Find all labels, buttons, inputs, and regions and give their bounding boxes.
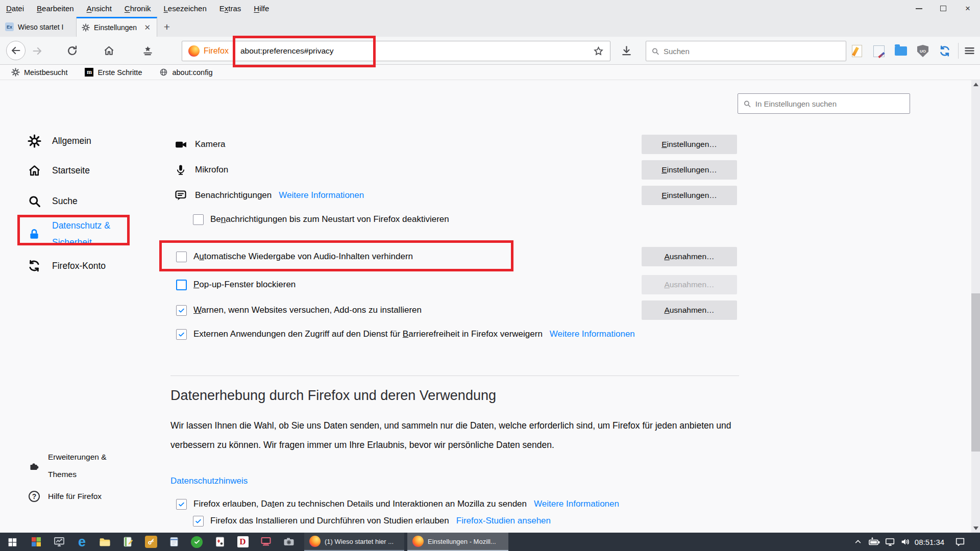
weitere-informationen-link[interactable]: Weitere Informationen — [534, 499, 619, 509]
autoplay-exceptions-button[interactable]: Ausnahmen… — [642, 247, 737, 266]
close-button[interactable]: × — [955, 0, 980, 17]
note-extension-button[interactable] — [850, 44, 864, 58]
menu-item-ansicht[interactable]: Ansicht — [87, 4, 112, 13]
taskbar-icon-edge[interactable]: e — [70, 533, 93, 551]
checkbox-checked[interactable] — [176, 329, 187, 340]
blocks-icon — [30, 536, 42, 548]
bookmark-meistbesucht[interactable]: Meistbesucht — [11, 68, 67, 77]
mikrofon-settings-button[interactable]: Einstellungen… — [642, 160, 737, 180]
sidebar-label: Suche — [52, 196, 78, 207]
checkbox-label: Pop-up-Fenster blockieren — [193, 280, 296, 290]
taskbar-clock[interactable]: 08:51:34 — [913, 533, 946, 551]
puzzle-icon — [29, 461, 40, 471]
sidebar-item-firefox-konto[interactable]: Firefox-Konto — [27, 256, 106, 276]
checkbox-unchecked[interactable] — [176, 252, 187, 262]
permission-row-benachrichtigungen: Benachrichtigungen Weitere Informationen — [174, 185, 364, 206]
tab-einstellungen[interactable]: Einstellungen ✕ — [77, 17, 157, 37]
bookmark-erste-schritte[interactable]: m Erste Schritte — [85, 68, 142, 77]
benachrichtigungen-settings-button[interactable]: Einstellungen… — [642, 186, 737, 205]
scrollbar-thumb[interactable] — [971, 293, 980, 452]
sidebar-item-erweiterungen-themes[interactable]: Erweiterungen &Themes — [29, 448, 107, 483]
checkbox-unchecked[interactable] — [193, 214, 204, 225]
url-bar[interactable]: Firefox about:preferences#privacy — [182, 41, 610, 61]
tab-close-icon[interactable]: ✕ — [143, 23, 152, 32]
permission-label: Benachrichtigungen — [195, 190, 272, 201]
search-bar[interactable] — [646, 41, 846, 61]
menu-item-chronik[interactable]: Chronik — [125, 4, 151, 13]
sidebar-item-suche[interactable]: Suche — [27, 191, 78, 211]
taskbar-icon-remote-desktop[interactable] — [254, 533, 277, 551]
scrollbar-down-arrow[interactable] — [973, 527, 978, 530]
taskbar-icon-desktop-blocks[interactable] — [24, 533, 47, 551]
bookmark-about-config[interactable]: about:config — [159, 68, 212, 77]
search-icon — [27, 194, 42, 208]
hamburger-menu-icon — [964, 45, 975, 57]
section-heading: Datenerhebung durch Firefox und deren Ve… — [170, 388, 496, 404]
search-input[interactable] — [664, 47, 841, 56]
checkbox-checked[interactable] — [176, 305, 187, 316]
checkbox-checked[interactable] — [193, 516, 204, 527]
taskbar-icon-cards[interactable] — [208, 533, 231, 551]
maximize-button[interactable] — [931, 0, 955, 17]
check-icon — [194, 517, 202, 525]
preferences-search-input[interactable] — [755, 99, 904, 108]
minimize-button[interactable] — [906, 0, 931, 17]
url-text[interactable]: about:preferences#privacy — [240, 46, 334, 56]
taskbar-icon-system-monitor[interactable] — [47, 533, 70, 551]
sidebar-item-hilfe[interactable]: ? Hilfe für Firefox — [29, 486, 102, 507]
menu-item-hilfe[interactable]: Hilfe — [254, 4, 269, 13]
addon-exceptions-button[interactable]: Ausnahmen… — [642, 300, 737, 320]
preferences-search-box[interactable] — [738, 93, 910, 114]
firefox-studien-link[interactable]: Firefox-Studien ansehen — [456, 516, 551, 526]
taskbar-icon-file-explorer[interactable] — [93, 533, 116, 551]
forward-button[interactable] — [32, 45, 43, 57]
tab-wieso-startet[interactable]: Ex Wieso startet I — [0, 17, 77, 37]
scrollbar-up-arrow[interactable] — [973, 83, 978, 86]
sidebar-item-datenschutz-sicherheit[interactable]: Datenschutz &Sicherheit — [27, 217, 110, 252]
folder-extension-button[interactable] — [894, 44, 908, 58]
taskbar-icon-snipping-tool[interactable] — [277, 533, 300, 551]
menu-item-lesezeichen[interactable]: Lesezeichen — [164, 4, 207, 13]
taskbar-icon-notes[interactable] — [116, 533, 139, 551]
popup-exceptions-button-disabled: Ausnahmen… — [642, 275, 737, 294]
compose-extension-button[interactable] — [872, 44, 886, 58]
checkbox-unchecked-focused[interactable] — [176, 280, 187, 290]
taskbar-window-wieso-startet[interactable]: (1) Wieso startet hier ... — [304, 533, 404, 551]
sidebar-item-allgemein[interactable]: Allgemein — [27, 131, 91, 151]
weitere-informationen-link[interactable]: Weitere Informationen — [279, 190, 364, 201]
sidebar-label: Allgemein — [52, 136, 91, 146]
home-button[interactable] — [103, 45, 115, 57]
microphone-icon — [174, 164, 188, 176]
window-title: (1) Wieso startet hier ... — [325, 538, 394, 545]
taskbar-icon-security-check[interactable] — [185, 533, 208, 551]
tray-network-button[interactable] — [882, 533, 898, 551]
downloads-button[interactable] — [621, 45, 632, 57]
back-button[interactable] — [6, 41, 26, 60]
ublock-extension-button[interactable]: UO — [916, 44, 929, 58]
tray-volume-button[interactable] — [897, 533, 914, 551]
action-center-button[interactable] — [950, 533, 970, 551]
sync-extension-button[interactable] — [938, 44, 951, 58]
new-tab-button[interactable]: + — [157, 17, 177, 37]
identity-label[interactable]: Firefox — [204, 46, 229, 56]
taskbar-icon-dictionary[interactable]: D — [231, 533, 254, 551]
taskbar-icon-keepass[interactable] — [139, 533, 162, 551]
tray-battery-button[interactable] — [866, 533, 883, 551]
taskbar-icon-notepad[interactable] — [162, 533, 185, 551]
app-menu-button[interactable] — [964, 45, 975, 57]
reload-button[interactable] — [66, 45, 78, 57]
taskbar-window-einstellungen[interactable]: Einstellungen - Mozill... — [407, 533, 508, 551]
kamera-settings-button[interactable]: Einstellungen… — [642, 135, 737, 154]
tray-chevron-button[interactable] — [850, 533, 866, 551]
checkbox-row-studien: Firefox das Installieren und Durchführen… — [193, 510, 551, 532]
start-button[interactable] — [0, 533, 24, 551]
datenschutzhinweis-link[interactable]: Datenschutzhinweis — [170, 476, 248, 486]
bookmark-star-button[interactable] — [593, 46, 604, 57]
weitere-informationen-link[interactable]: Weitere Informationen — [550, 329, 635, 339]
library-button[interactable] — [142, 45, 154, 57]
checkbox-checked[interactable] — [176, 499, 187, 510]
menu-item-extras[interactable]: Extras — [219, 4, 241, 13]
sidebar-item-startseite[interactable]: Startseite — [27, 160, 90, 181]
menu-item-datei[interactable]: Datei — [6, 4, 24, 13]
menu-item-bearbeiten[interactable]: Bearbeiten — [37, 4, 74, 13]
